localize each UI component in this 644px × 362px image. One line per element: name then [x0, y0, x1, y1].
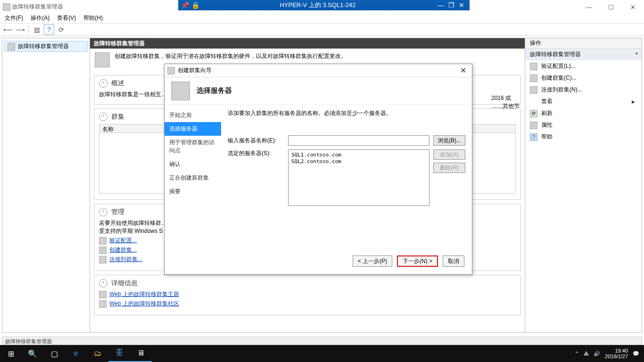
- wizard-header-icon: [171, 82, 190, 100]
- hyperv-restore-icon[interactable]: ❐: [447, 1, 455, 9]
- nav-tree: 故障转移群集管理器: [2, 38, 90, 332]
- toolbar-help[interactable]: ?: [44, 25, 54, 35]
- cluster-manager-taskbar-icon[interactable]: 🖥: [130, 345, 152, 362]
- partially-visible-text: 2016 或 ……其他节: [491, 94, 520, 110]
- hyperv-close-icon[interactable]: ✕: [457, 1, 466, 9]
- dialog-header: 选择服务器: [165, 77, 472, 105]
- taskbar: ⊞ 🔍 ▢ e 🗂 🗄 🖥 ⌃ 🖧 🔊 19:40 2018/1/27 💬: [0, 345, 644, 362]
- ie-taskbar-icon[interactable]: e: [65, 345, 87, 362]
- center-header: 故障转移群集管理器: [90, 38, 525, 49]
- step-before[interactable]: 开始之前: [165, 108, 221, 122]
- web-icon: [99, 300, 107, 308]
- app-title: 故障转移群集管理器: [3, 3, 63, 11]
- search-button[interactable]: 🔍: [22, 345, 43, 362]
- step-select-servers[interactable]: 选择服务器: [165, 122, 221, 136]
- explorer-taskbar-icon[interactable]: 🗂: [87, 345, 108, 362]
- collapse-icon[interactable]: ⌃: [99, 79, 107, 88]
- link-web-community[interactable]: Web 上的故障转移群集社区: [99, 300, 516, 308]
- cluster-intro-icon: [95, 52, 110, 67]
- action-refresh[interactable]: ⟳刷新: [525, 107, 642, 119]
- next-button[interactable]: 下一步(N) >: [397, 255, 438, 267]
- properties-icon: [530, 122, 537, 129]
- hyperv-connection-bar: 📌 🔒 HYPER-V 上的 3.SQL1-242 — ❐ ✕: [178, 0, 470, 10]
- collapse-icon[interactable]: ⌃: [99, 113, 107, 121]
- step-access-point[interactable]: 用于管理群集的访问点: [165, 136, 221, 157]
- tray-volume-icon[interactable]: 🔊: [594, 351, 600, 357]
- dialog-close-button[interactable]: ✕: [457, 66, 469, 75]
- collapse-icon[interactable]: ⌃: [99, 208, 107, 216]
- tray-network-icon[interactable]: 🖧: [584, 351, 589, 356]
- lock-icon[interactable]: 🔒: [191, 1, 199, 9]
- browse-button[interactable]: 浏览(B)...: [433, 135, 465, 146]
- wizard-footer: < 上一步(P) 下一步(N) > 取消: [165, 251, 472, 272]
- add-button[interactable]: 添加(A): [433, 149, 465, 160]
- selected-servers-list[interactable]: SQL1.contoso.com SQL2.contoso.com: [288, 149, 429, 206]
- tray-date[interactable]: 2018/1/27: [605, 354, 628, 359]
- window-maximize[interactable]: ☐: [600, 0, 622, 14]
- menubar: 文件(F) 操作(A) 查看(V) 帮助(H): [0, 13, 644, 24]
- action-view[interactable]: 查看▶: [525, 96, 642, 107]
- pin-icon[interactable]: 📌: [181, 1, 189, 9]
- server-name-input[interactable]: [288, 135, 429, 146]
- wizard-main: 添加要加入群集的所有服务器的名称。必须添加至少一个服务器。 输入服务器名称(E)…: [221, 105, 472, 251]
- validate-icon: [530, 63, 537, 70]
- chevron-right-icon: ▶: [632, 99, 635, 104]
- link-web-topics[interactable]: Web 上的故障转移群集主题: [99, 290, 516, 298]
- remove-button[interactable]: 删除(R): [433, 163, 465, 173]
- dialog-title: 创建群集向导: [178, 66, 212, 74]
- step-confirm[interactable]: 确认: [165, 157, 221, 171]
- window-controls: — ☐ ✕: [578, 0, 644, 14]
- label-selected-servers: 选定的服务器(S):: [228, 149, 284, 157]
- hyperv-minimize-icon[interactable]: —: [437, 1, 445, 9]
- actions-pane: 操作 故障转移群集管理器 验证配置(L)... 创建群集(C)... 连接到群集…: [525, 38, 642, 332]
- wizard-icon: [167, 67, 175, 74]
- action-validate[interactable]: 验证配置(L)...: [525, 60, 642, 72]
- actions-section: 故障转移群集管理器: [525, 49, 642, 60]
- tray-time[interactable]: 19:40: [605, 348, 628, 354]
- collapse-icon[interactable]: ⌃: [99, 279, 107, 288]
- app-icon: [3, 3, 10, 11]
- panel-details: ⌃详细信息 Web 上的故障转移群集主题 Web 上的故障转移群集社区: [94, 275, 521, 315]
- validate-icon: [99, 237, 107, 245]
- window-minimize[interactable]: —: [578, 0, 600, 14]
- nav-root[interactable]: 故障转移群集管理器: [4, 41, 88, 52]
- toolbar-back[interactable]: ⟵: [3, 25, 13, 35]
- hyperv-title: HYPER-V 上的 3.SQL1-242: [199, 1, 437, 9]
- tray-up-icon[interactable]: ⌃: [575, 351, 579, 357]
- action-help[interactable]: ?帮助: [525, 131, 642, 143]
- menu-view[interactable]: 查看(V): [57, 14, 76, 22]
- action-create[interactable]: 创建群集(C)...: [525, 72, 642, 84]
- toolbar-forward[interactable]: ⟶: [15, 25, 25, 35]
- step-creating[interactable]: 正在创建新群集: [165, 171, 221, 185]
- create-icon: [530, 74, 537, 82]
- taskview-button[interactable]: ▢: [43, 345, 65, 362]
- actions-header: 操作: [525, 38, 642, 49]
- connect-icon: [99, 256, 107, 263]
- prev-button[interactable]: < 上一步(P): [353, 255, 392, 267]
- action-connect[interactable]: 连接到群集(N)...: [525, 84, 642, 96]
- cancel-button[interactable]: 取消: [443, 255, 464, 267]
- create-icon: [99, 247, 107, 254]
- help-icon: ?: [530, 133, 537, 141]
- menu-action[interactable]: 操作(A): [31, 14, 50, 22]
- dialog-titlebar: 创建群集向导 ✕: [165, 64, 472, 77]
- menu-file[interactable]: 文件(F): [5, 14, 23, 22]
- create-cluster-wizard: 创建群集向导 ✕ 选择服务器 开始之前 选择服务器 用于管理群集的访问点 确认 …: [164, 64, 472, 275]
- web-icon: [99, 291, 107, 298]
- system-tray: ⌃ 🖧 🔊 19:40 2018/1/27 💬: [575, 348, 644, 359]
- start-button[interactable]: ⊞: [0, 345, 22, 362]
- cluster-manager-icon: [8, 43, 15, 50]
- tray-notifications-icon[interactable]: 💬: [633, 351, 639, 357]
- toolbar-panes[interactable]: ▥: [32, 25, 42, 35]
- connect-icon: [530, 86, 537, 94]
- toolbar: ⟵ ⟶ ▥ ? ⟳: [0, 24, 644, 36]
- action-properties[interactable]: 属性: [525, 119, 642, 131]
- step-summary[interactable]: 摘要: [165, 185, 221, 198]
- menu-help[interactable]: 帮助(H): [83, 14, 103, 22]
- server-manager-taskbar-icon[interactable]: 🗄: [108, 345, 130, 362]
- status-bar: 故障转移群集管理器:: [2, 337, 642, 345]
- toolbar-refresh[interactable]: ⟳: [56, 25, 66, 35]
- window-close[interactable]: ✕: [622, 0, 644, 14]
- refresh-icon: ⟳: [530, 110, 537, 117]
- wizard-instruction: 添加要加入群集的所有服务器的名称。必须添加至少一个服务器。: [228, 109, 465, 117]
